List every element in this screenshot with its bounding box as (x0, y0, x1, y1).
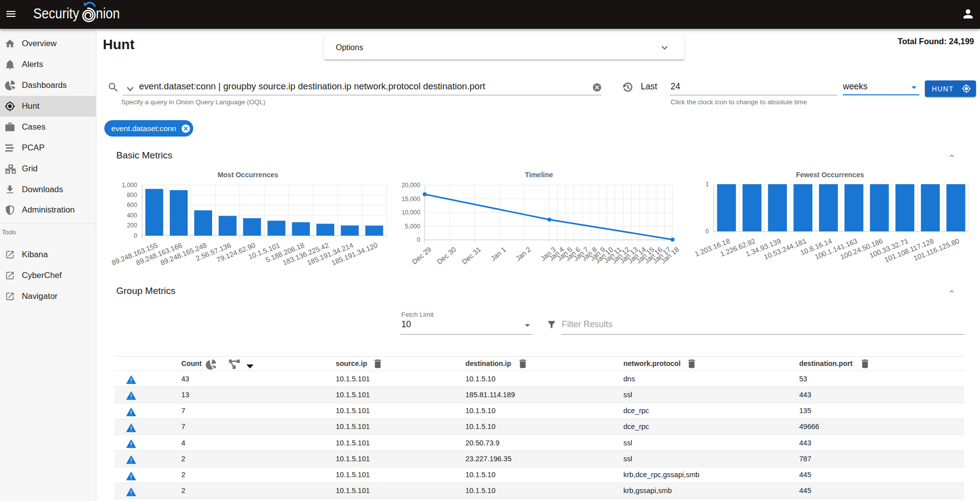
svg-text:15,000: 15,000 (401, 196, 420, 203)
svg-text:Dec 31: Dec 31 (460, 245, 483, 266)
svg-text:0: 0 (417, 236, 420, 243)
svg-text:Jan 2: Jan 2 (514, 245, 532, 263)
svg-text:0: 0 (134, 232, 137, 239)
svg-text:10,000: 10,000 (401, 209, 420, 216)
svg-text:200: 200 (127, 222, 137, 229)
svg-text:800: 800 (127, 192, 137, 199)
svg-text:Jan 1: Jan 1 (489, 245, 508, 263)
svg-text:600: 600 (127, 202, 137, 209)
svg-text:Dec 29: Dec 29 (410, 245, 433, 266)
svg-text:5,000: 5,000 (405, 223, 420, 230)
svg-text:Timeline: Timeline (525, 171, 553, 179)
svg-text:1: 1 (705, 181, 709, 188)
svg-text:Fewest Occurrences: Fewest Occurrences (796, 171, 864, 179)
svg-text:Dec 30: Dec 30 (435, 245, 457, 266)
svg-text:0: 0 (705, 228, 709, 235)
svg-text:Most Occurrences: Most Occurrences (218, 171, 278, 179)
svg-text:1,000: 1,000 (122, 182, 137, 189)
svg-text:20,000: 20,000 (401, 182, 420, 189)
svg-text:400: 400 (127, 212, 137, 219)
